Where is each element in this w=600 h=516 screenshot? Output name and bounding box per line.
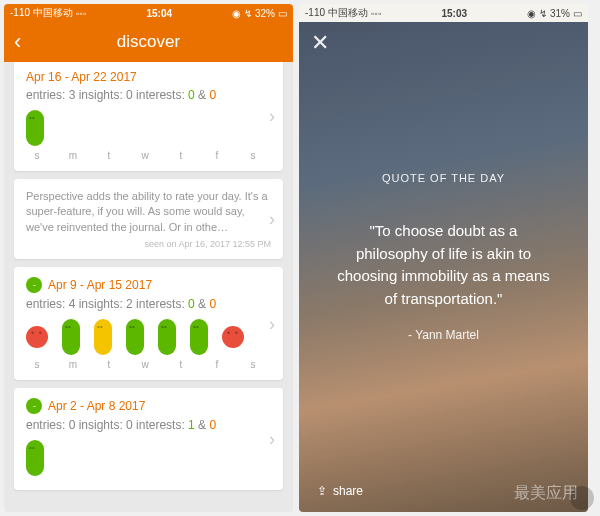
mood-pill	[158, 319, 176, 355]
week-card[interactable]: Apr 16 - Apr 22 2017 entries: 3 insights…	[14, 62, 283, 171]
chevron-right-icon: ›	[269, 209, 275, 230]
share-button[interactable]: ⇪ share	[317, 484, 363, 498]
back-icon[interactable]: ‹	[14, 29, 21, 55]
quote-background: ✕ QUOTE OF THE DAY "To choose doubt as a…	[299, 22, 588, 512]
mood-pill	[190, 319, 208, 355]
mood-pill	[26, 110, 44, 146]
quote-author: - Yann Martel	[333, 328, 554, 342]
chevron-right-icon: ›	[269, 105, 275, 126]
share-label: share	[333, 484, 363, 498]
watermark: 最美应用	[514, 483, 578, 504]
quote-text: "To choose doubt as a philosophy of life…	[333, 220, 554, 310]
quote-heading: QUOTE OF THE DAY	[333, 172, 554, 184]
scroll-area[interactable]: Apr 16 - Apr 22 2017 entries: 3 insights…	[4, 62, 293, 512]
tip-text: Perspective adds the ability to rate you…	[26, 189, 271, 235]
smiley-icon	[26, 277, 42, 293]
mood-pill	[26, 440, 44, 476]
navbar: ‹ discover	[4, 22, 293, 62]
date-range: Apr 9 - Apr 15 2017	[26, 277, 271, 293]
day-labels: smtwtfs	[26, 359, 271, 370]
close-icon[interactable]: ✕	[311, 30, 329, 56]
page-title: discover	[117, 32, 180, 52]
mood-face-sad	[26, 326, 48, 348]
date-range: Apr 16 - Apr 22 2017	[26, 70, 271, 84]
mood-face-sad	[222, 326, 244, 348]
mood-pill	[126, 319, 144, 355]
quote-screen: -110 中国移动◦◦◦ 15:03 ◉↯31%▭ ✕ QUOTE OF THE…	[299, 4, 588, 512]
share-icon: ⇪	[317, 484, 327, 498]
smiley-icon	[26, 398, 42, 414]
mood-pill	[62, 319, 80, 355]
tip-seen: seen on Apr 16, 2017 12:55 PM	[26, 239, 271, 249]
chevron-right-icon: ›	[269, 313, 275, 334]
mood-row	[26, 440, 271, 476]
status-bar: -110 中国移动◦◦◦ 15:04 ◉↯32%▭	[4, 4, 293, 22]
date-range: Apr 2 - Apr 8 2017	[26, 398, 271, 414]
day-labels: smtwtfs	[26, 150, 271, 161]
mood-row	[26, 319, 271, 355]
wechat-icon	[570, 486, 594, 510]
week-card[interactable]: Apr 9 - Apr 15 2017 entries: 4 insights:…	[14, 267, 283, 380]
status-bar: -110 中国移动◦◦◦ 15:03 ◉↯31%▭	[299, 4, 588, 22]
stats-row: entries: 4 insights: 2 interests: 0 & 0	[26, 297, 271, 311]
stats-row: entries: 0 insights: 0 interests: 1 & 0	[26, 418, 271, 432]
chevron-right-icon: ›	[269, 429, 275, 450]
week-card[interactable]: Apr 2 - Apr 8 2017 entries: 0 insights: …	[14, 388, 283, 490]
mood-pill	[94, 319, 112, 355]
quote-block: QUOTE OF THE DAY "To choose doubt as a p…	[299, 172, 588, 342]
tip-card[interactable]: Perspective adds the ability to rate you…	[14, 179, 283, 259]
stats-row: entries: 3 insights: 0 interests: 0 & 0	[26, 88, 271, 102]
discover-screen: -110 中国移动◦◦◦ 15:04 ◉↯32%▭ ‹ discover Apr…	[4, 4, 293, 512]
mood-row	[26, 110, 271, 146]
